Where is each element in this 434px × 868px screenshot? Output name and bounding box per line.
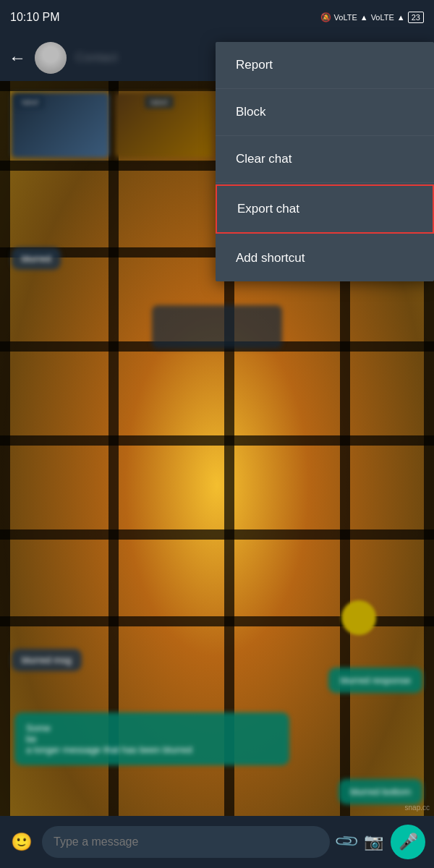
menu-item-block[interactable]: Block <box>216 89 434 136</box>
sent-bubble-2: blurred response <box>328 668 422 693</box>
message-input[interactable] <box>42 826 330 858</box>
large-bubble: Somebea longer message that has been blu… <box>14 712 420 765</box>
menu-item-clear-chat[interactable]: Clear chat <box>216 136 434 183</box>
volte-icon1: VoLTE <box>334 13 357 22</box>
tag-labels: label label <box>16 95 174 109</box>
received-bubble-2: blurred msg <box>12 649 82 671</box>
status-icons: 🔕 VoLTE ▲ VoLTE ▲ 23 <box>320 12 424 23</box>
back-button[interactable]: ← <box>9 48 26 68</box>
bottom-bubble-text: blurred bottom <box>339 779 422 804</box>
bottom-bubble: blurred bottom <box>339 779 422 804</box>
menu-item-report[interactable]: Report <box>216 42 434 89</box>
received-text-2: blurred msg <box>12 649 82 671</box>
grid-v2 <box>109 81 119 816</box>
status-bar: 10:10 PM 🔕 VoLTE ▲ VoLTE ▲ 23 <box>0 0 434 35</box>
signal-icon2: ▲ <box>397 13 405 22</box>
battery-icon: 23 <box>408 12 424 23</box>
tag1: label <box>16 95 44 109</box>
menu-item-export-chat[interactable]: Export chat <box>216 184 434 234</box>
large-bubble-text: Somebea longer message that has been blu… <box>14 712 289 765</box>
status-time: 10:10 PM <box>10 11 59 24</box>
camera-button[interactable]: 📷 <box>364 833 383 851</box>
mic-icon: 🎤 <box>399 833 418 851</box>
center-shape <box>152 305 282 349</box>
signal-icon1: ▲ <box>360 13 368 22</box>
volte-icon2: VoLTE <box>371 13 394 22</box>
avatar-image <box>35 42 67 74</box>
grid-h6 <box>0 529 434 540</box>
received-bubble-1: blurred <box>12 247 61 270</box>
tag2: label <box>145 95 173 109</box>
emoji-icon: 🙂 <box>11 832 33 852</box>
attach-button[interactable]: 📎 <box>333 828 360 855</box>
avatar-bubble <box>341 600 376 635</box>
input-bar: 🙂 📎 📷 🎤 <box>0 816 434 868</box>
emoji-button[interactable]: 🙂 <box>9 829 35 855</box>
menu-item-add-shortcut[interactable]: Add shortcut <box>216 235 434 281</box>
grid-v1 <box>0 81 10 816</box>
grid-h5 <box>0 435 434 446</box>
watermark: snap.cc <box>405 804 430 812</box>
received-text-1: blurred <box>12 247 61 270</box>
mic-button[interactable]: 🎤 <box>391 825 425 859</box>
mute-icon: 🔕 <box>320 12 331 22</box>
sent-text-2: blurred response <box>328 668 422 693</box>
dropdown-menu: Report Block Clear chat Export chat Add … <box>216 42 434 281</box>
avatar[interactable] <box>35 42 67 74</box>
